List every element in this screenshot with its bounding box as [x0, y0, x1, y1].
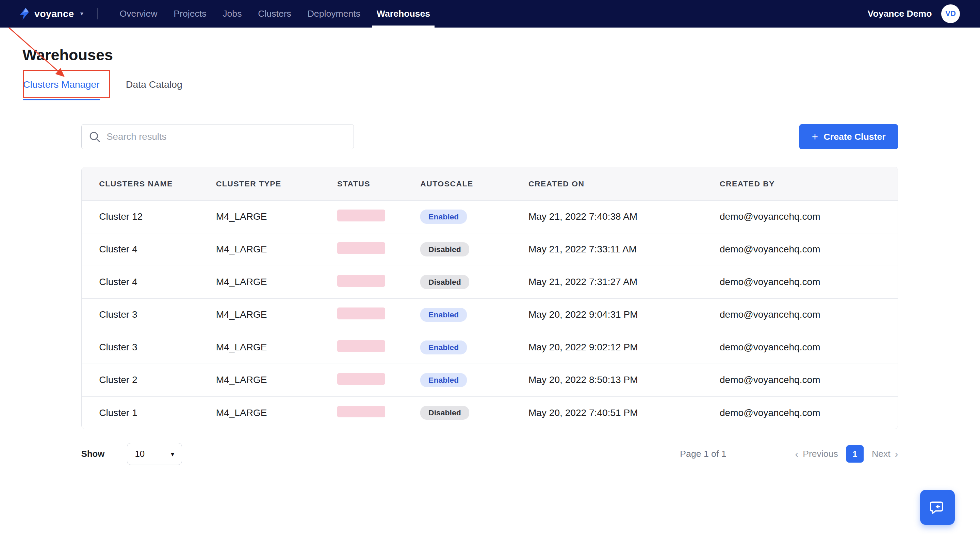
plus-icon: +: [812, 132, 818, 142]
header-status: STATUS: [337, 179, 420, 189]
autoscale-badge: Disabled: [420, 275, 469, 289]
tab-clusters-manager[interactable]: Clusters Manager: [23, 79, 100, 100]
status-pill: [337, 406, 385, 418]
page-title: Warehouses: [0, 27, 980, 64]
created-by-cell: demo@voyancehq.com: [720, 342, 898, 353]
cluster-name-cell: Cluster 4: [82, 276, 216, 287]
status-pill: [337, 242, 385, 254]
created-by-cell: demo@voyancehq.com: [720, 309, 898, 320]
nav-item-jobs[interactable]: Jobs: [215, 0, 250, 27]
cluster-type-cell: M4_LARGE: [216, 374, 337, 386]
status-pill: [337, 209, 385, 221]
previous-page-button[interactable]: ‹ Previous: [795, 448, 838, 460]
created-by-cell: demo@voyancehq.com: [720, 244, 898, 255]
status-cell: [337, 209, 420, 224]
page-size-value: 10: [135, 449, 145, 459]
cluster-name-cell: Cluster 3: [82, 309, 216, 320]
nav-item-projects[interactable]: Projects: [165, 0, 215, 27]
table-row[interactable]: Cluster 2 M4_LARGE Enabled May 20, 2022 …: [82, 363, 898, 396]
cluster-name-cell: Cluster 12: [82, 211, 216, 222]
app-window: voyance ▾ Overview Projects Jobs Cluster…: [0, 0, 980, 549]
autoscale-badge: Enabled: [420, 373, 467, 387]
brand-name: voyance: [34, 8, 74, 19]
nav-item-overview[interactable]: Overview: [111, 0, 166, 27]
show-label: Show: [81, 449, 105, 459]
status-cell: [337, 275, 420, 289]
create-cluster-button[interactable]: + Create Cluster: [799, 124, 898, 149]
top-navbar: voyance ▾ Overview Projects Jobs Cluster…: [0, 0, 980, 27]
status-cell: [337, 242, 420, 257]
status-cell: [337, 308, 420, 322]
page-info: Page 1 of 1: [680, 449, 726, 459]
nav-item-deployments[interactable]: Deployments: [299, 0, 369, 27]
cluster-name-cell: Cluster 3: [82, 342, 216, 353]
navbar-divider: [97, 8, 98, 19]
status-cell: [337, 406, 420, 420]
page-number-button[interactable]: 1: [846, 445, 864, 463]
created-on-cell: May 20, 2022 7:40:51 PM: [528, 408, 720, 418]
autoscale-cell: Enabled: [420, 209, 528, 224]
header-created-on: CREATED ON: [528, 179, 720, 189]
table-row[interactable]: Cluster 12 M4_LARGE Enabled May 21, 2022…: [82, 200, 898, 233]
navbar-items: Overview Projects Jobs Clusters Deployme…: [111, 0, 438, 27]
status-cell: [337, 373, 420, 387]
voyance-logo-icon: [20, 8, 30, 20]
tabs-bar: Clusters Manager Data Catalog: [0, 64, 980, 100]
created-on-cell: May 20, 2022 9:04:31 PM: [528, 309, 720, 320]
chevron-right-icon: ›: [895, 448, 898, 460]
autoscale-badge: Enabled: [420, 209, 467, 224]
page-size-select[interactable]: 10 ▾: [127, 443, 182, 465]
table-body: Cluster 12 M4_LARGE Enabled May 21, 2022…: [82, 200, 898, 429]
table-header-row: CLUSTERS NAME CLUSTER TYPE STATUS AUTOSC…: [82, 167, 898, 200]
autoscale-badge: Enabled: [420, 308, 467, 322]
autoscale-cell: Enabled: [420, 373, 528, 387]
chat-widget-button[interactable]: [920, 490, 955, 525]
cluster-type-cell: M4_LARGE: [216, 211, 337, 222]
table-row[interactable]: Cluster 4 M4_LARGE Disabled May 21, 2022…: [82, 266, 898, 298]
chevron-left-icon: ‹: [795, 448, 799, 460]
brand[interactable]: voyance ▾: [20, 8, 83, 20]
next-page-button[interactable]: Next ›: [872, 448, 898, 460]
autoscale-badge: Enabled: [420, 341, 467, 355]
brand-dropdown-caret-icon[interactable]: ▾: [80, 10, 83, 17]
created-by-cell: demo@voyancehq.com: [720, 408, 898, 418]
created-on-cell: May 20, 2022 9:02:12 PM: [528, 342, 720, 353]
autoscale-cell: Disabled: [420, 275, 528, 289]
next-label: Next: [872, 449, 891, 459]
autoscale-cell: Disabled: [420, 406, 528, 420]
status-pill: [337, 373, 385, 385]
table-footer: Show 10 ▾ Page 1 of 1 ‹ Previous 1 Next …: [81, 443, 898, 465]
status-pill: [337, 340, 385, 352]
header-clusters-name: CLUSTERS NAME: [82, 179, 216, 189]
tab-data-catalog[interactable]: Data Catalog: [126, 79, 182, 100]
status-pill: [337, 308, 385, 319]
table-row[interactable]: Cluster 3 M4_LARGE Enabled May 20, 2022 …: [82, 331, 898, 363]
table-row[interactable]: Cluster 4 M4_LARGE Disabled May 21, 2022…: [82, 233, 898, 266]
user-avatar[interactable]: VD: [941, 5, 960, 23]
created-on-cell: May 21, 2022 7:33:11 AM: [528, 244, 720, 255]
pager: ‹ Previous 1 Next ›: [795, 445, 898, 463]
header-autoscale: AUTOSCALE: [420, 179, 528, 189]
header-cluster-type: CLUSTER TYPE: [216, 179, 337, 189]
created-on-cell: May 21, 2022 7:40:38 AM: [528, 211, 720, 222]
cluster-type-cell: M4_LARGE: [216, 309, 337, 320]
nav-item-warehouses[interactable]: Warehouses: [369, 0, 438, 27]
create-cluster-label: Create Cluster: [824, 132, 886, 142]
toolbar: + Create Cluster: [81, 124, 898, 149]
created-by-cell: demo@voyancehq.com: [720, 211, 898, 222]
table-row[interactable]: Cluster 1 M4_LARGE Disabled May 20, 2022…: [82, 396, 898, 429]
nav-item-clusters[interactable]: Clusters: [250, 0, 299, 27]
autoscale-cell: Enabled: [420, 308, 528, 322]
main-content: + Create Cluster CLUSTERS NAME CLUSTER T…: [0, 100, 980, 465]
autoscale-cell: Enabled: [420, 341, 528, 355]
cluster-type-cell: M4_LARGE: [216, 408, 337, 418]
user-name: Voyance Demo: [868, 8, 932, 19]
search-box[interactable]: [81, 124, 354, 149]
cluster-name-cell: Cluster 1: [82, 408, 216, 418]
search-input[interactable]: [107, 131, 346, 142]
cluster-type-cell: M4_LARGE: [216, 276, 337, 287]
created-by-cell: demo@voyancehq.com: [720, 276, 898, 287]
chevron-down-icon: ▾: [171, 450, 174, 458]
table-row[interactable]: Cluster 3 M4_LARGE Enabled May 20, 2022 …: [82, 298, 898, 331]
navbar-user-area: Voyance Demo VD: [868, 5, 960, 23]
